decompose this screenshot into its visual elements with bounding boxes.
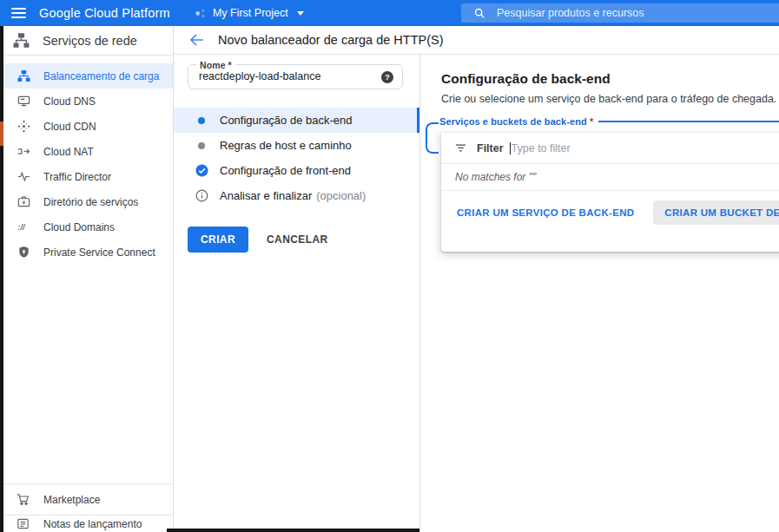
help-icon[interactable]: ? xyxy=(381,71,393,83)
sidebar-item-cloud-cdn[interactable]: Cloud CDN xyxy=(0,114,173,139)
sidebar-item-label: Diretório de serviços xyxy=(43,196,138,208)
bottom-edge-strip xyxy=(167,529,419,532)
search-placeholder: Pesquisar produtos e recursos xyxy=(497,7,644,19)
project-selector[interactable]: My First Project xyxy=(194,7,304,20)
cdn-icon xyxy=(17,120,30,134)
wizard-steps: Configuração de back-endRegras de host e… xyxy=(174,108,419,208)
dropdown-filter-input[interactable]: Filter Type to filter xyxy=(441,133,779,164)
sidebar-header: Serviços de rede xyxy=(0,26,173,56)
wizard-step-regras-de-host-e-caminho[interactable]: Regras de host e caminho xyxy=(174,133,419,158)
sidebar-item-label: Balanceamento de carga xyxy=(43,70,159,82)
page-title: Novo balanceador de carga de HTTP(S) xyxy=(218,33,444,47)
sidebar-item-label: Cloud Domains xyxy=(43,221,115,233)
name-field-label: Nome * xyxy=(196,60,235,70)
psc-icon xyxy=(17,246,30,259)
cancel-button[interactable]: CANCELAR xyxy=(267,233,328,246)
field-outline-top xyxy=(598,121,779,122)
page-header: Novo balanceador de carga de HTTP(S) xyxy=(174,26,779,55)
sidebar-item-private-service-connect[interactable]: Private Service Connect xyxy=(0,240,173,265)
panel-description: Crie ou selecione um serviço de back-end… xyxy=(441,93,779,105)
create-button[interactable]: CRIAR xyxy=(188,227,248,253)
wizard-actions: CRIAR CANCELAR xyxy=(188,227,419,253)
cart-icon xyxy=(17,493,30,507)
top-nav-bar: Google Cloud Platform My First Project P… xyxy=(0,0,779,26)
domains-icon: :// xyxy=(17,220,30,234)
chevron-down-icon xyxy=(297,11,304,16)
pending-step-dot-icon xyxy=(195,139,208,153)
sidebar-item-cloud-dns[interactable]: Cloud DNS xyxy=(0,89,173,114)
active-step-dot-icon xyxy=(195,114,208,128)
project-name: My First Project xyxy=(213,7,288,19)
dns-icon xyxy=(17,95,30,108)
backend-config-panel: Configuração de back-end Crie ou selecio… xyxy=(421,55,779,532)
name-field[interactable]: Nome * reactdeploy-load-balance ? xyxy=(188,64,403,89)
filter-label: Filter xyxy=(477,142,504,154)
sidebar-footer: MarketplaceNotas de lançamento xyxy=(0,483,173,532)
sidebar-item-label: Traffic Director xyxy=(43,171,111,183)
required-asterisk: * xyxy=(590,116,593,127)
sidebar-item-label: Notas de lançamento xyxy=(43,518,142,530)
sidebar-item-label: Cloud CDN xyxy=(43,121,96,133)
svg-text:://: :// xyxy=(17,223,25,232)
text-cursor xyxy=(510,142,511,154)
step-label: Configuração de back-end xyxy=(220,114,353,127)
dropdown-empty-message: No matches for "" xyxy=(441,164,779,191)
screen-edge-strip xyxy=(0,26,3,532)
sidebar-item-diretorio-de-servicos[interactable]: Diretório de serviços xyxy=(0,189,173,214)
create-backend-service-button[interactable]: CRIAR UM SERVIÇO DE BACK-END xyxy=(450,200,641,225)
sidebar-title: Serviços de rede xyxy=(43,34,137,48)
project-icon xyxy=(194,7,207,20)
step-label: Configuração de front-end xyxy=(220,164,351,177)
dropdown-actions: CRIAR UM SERVIÇO DE BACK-END CRIAR UM BU… xyxy=(441,191,779,234)
backend-select-label: Serviços e buckets de back-end xyxy=(439,116,587,127)
sidebar: Serviços de rede Balanceamento de cargaC… xyxy=(0,26,174,532)
backend-select-dropdown: Filter Type to filter No matches for "" … xyxy=(441,133,779,252)
search-input[interactable]: Pesquisar produtos e recursos xyxy=(461,3,779,23)
wizard-step-configuracao-de-back-end[interactable]: Configuração de back-end xyxy=(174,108,419,133)
step-label: Regras de host e caminho xyxy=(220,139,352,152)
network-icon xyxy=(13,32,30,49)
sidebar-item-label: Cloud NAT xyxy=(43,146,94,158)
load-balancer-icon xyxy=(17,69,30,83)
wizard-step-analisar-e-finalizar[interactable]: Analisar e finalizar(opcional) xyxy=(174,183,419,208)
wizard-step-configuracao-de-front-end[interactable]: Configuração de front-end xyxy=(174,158,419,183)
create-backend-bucket-button[interactable]: CRIAR UM BUCKET DE BACK-END xyxy=(653,200,779,225)
sidebar-item-label: Private Service Connect xyxy=(43,246,155,259)
menu-icon[interactable] xyxy=(11,8,26,18)
sidebar-item-marketplace[interactable]: Marketplace xyxy=(0,483,173,515)
sidebar-item-cloud-domains[interactable]: ://Cloud Domains xyxy=(0,214,173,240)
step-suffix: (opcional) xyxy=(316,189,366,202)
back-arrow-icon[interactable] xyxy=(189,32,205,48)
check-circle-icon xyxy=(195,164,208,178)
panel-title: Configuração de back-end xyxy=(441,71,611,87)
sidebar-nav: Balanceamento de cargaCloud DNSCloud CDN… xyxy=(0,63,173,265)
release-notes-icon xyxy=(17,517,30,531)
nat-icon xyxy=(17,145,30,159)
search-icon xyxy=(473,7,485,19)
sidebar-item-cloud-nat[interactable]: Cloud NAT xyxy=(0,139,173,164)
traffic-director-icon xyxy=(17,170,30,184)
backend-select-label-row: Serviços e buckets de back-end * xyxy=(439,115,779,128)
field-outline-left xyxy=(426,122,439,154)
screen-edge-notch xyxy=(0,122,3,146)
brand-title: Google Cloud Platform xyxy=(39,6,170,20)
info-circle-icon xyxy=(195,189,208,203)
step-label: Analisar e finalizar xyxy=(220,189,312,202)
wizard-column: Nome * reactdeploy-load-balance ? Config… xyxy=(174,55,420,532)
sidebar-item-label: Marketplace xyxy=(43,494,100,506)
filter-icon xyxy=(454,141,467,154)
sidebar-item-notas-de-lancamento[interactable]: Notas de lançamento xyxy=(0,515,173,532)
service-directory-icon xyxy=(17,195,30,209)
sidebar-item-traffic-director[interactable]: Traffic Director xyxy=(0,164,173,189)
sidebar-item-balanceamento-de-carga[interactable]: Balanceamento de carga xyxy=(0,63,173,89)
sidebar-item-label: Cloud DNS xyxy=(43,95,96,108)
filter-placeholder: Type to filter xyxy=(512,142,571,154)
